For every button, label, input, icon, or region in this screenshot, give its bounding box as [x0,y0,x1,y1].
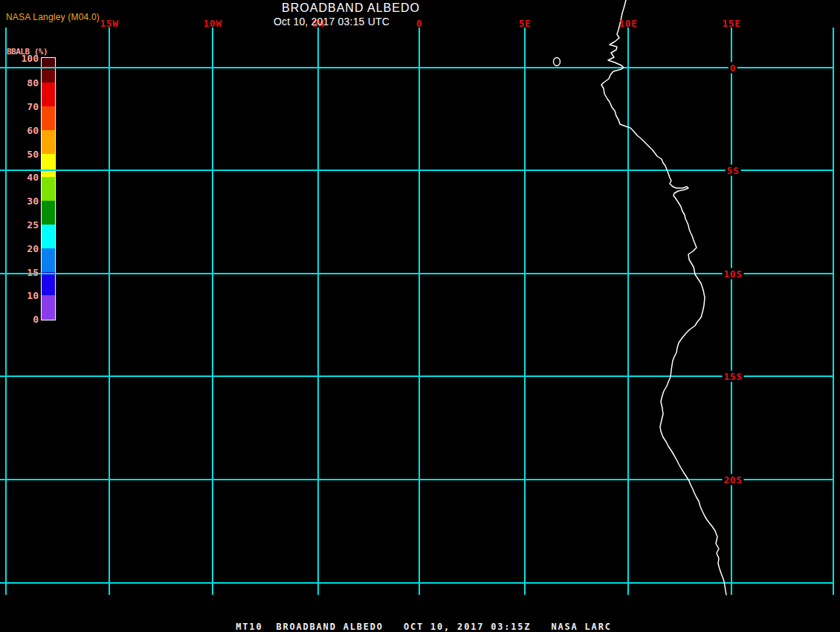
page-title: BROADBAND ALBEDO [282,1,420,15]
coastline-layer [0,0,840,632]
latitude-label-20S: 20S [723,474,744,486]
timestamp-subtitle: Oct 10, 2017 03:15 UTC [274,16,390,28]
longitude-label-10W: 10W [204,18,222,29]
island-outline [554,58,560,66]
albedo-map-stage: NASA Langley (M04.0) BROADBAND ALBEDO 15… [0,0,840,632]
longitude-label-5E: 5E [519,18,532,29]
latitude-label-10S: 10S [723,268,744,280]
colorbar-title: BBALB (%) [7,47,48,57]
longitude-label-0: 0 [416,18,422,29]
latitude-label-0: 0 [728,62,737,74]
longitude-label-15E: 15E [723,18,741,29]
latitude-label-15S: 15S [723,371,744,382]
longitude-label-10E: 10E [619,18,638,29]
latitude-label-5S: 5S [726,165,741,176]
footer-caption: MT10 BROADBAND ALBEDO OCT 10, 2017 03:15… [236,622,611,632]
nasa-langley-version-label: NASA Langley (M04.0) [6,12,100,22]
longitude-label-15W: 15W [100,18,119,29]
coastline-path [601,0,726,595]
